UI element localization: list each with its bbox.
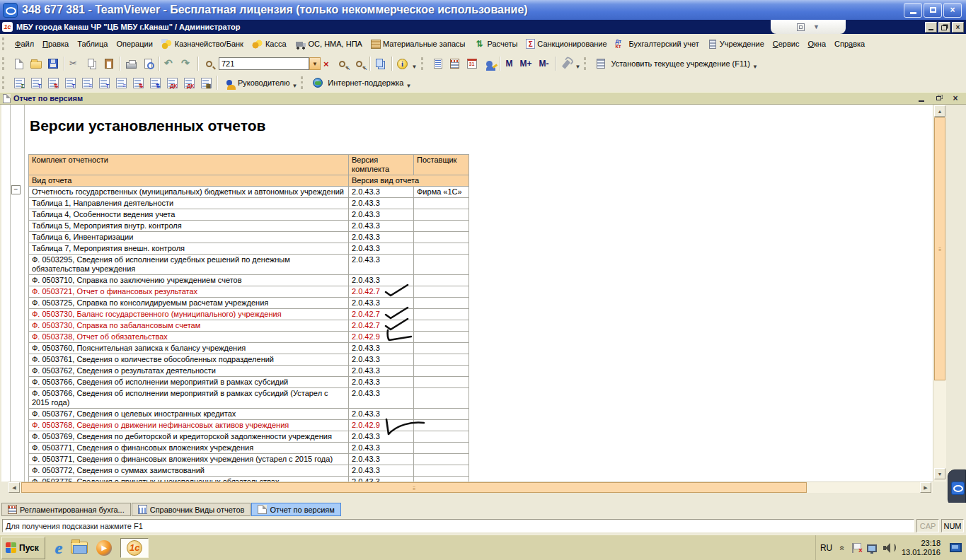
menu-item-table[interactable]: Таблица bbox=[73, 37, 112, 50]
menu-item-operations[interactable]: Операции bbox=[112, 37, 156, 50]
memory-plus-button[interactable]: M+ bbox=[517, 59, 536, 69]
report-row[interactable]: Таблица 6, Инвентаризации2.0.43.3 bbox=[29, 232, 469, 243]
doc-turnover-t-button[interactable]: ⇅ bbox=[130, 75, 146, 91]
report-row[interactable]: Ф. 0503766, Сведения об исполнении мероп… bbox=[29, 377, 469, 388]
redo-button[interactable]: ↷ bbox=[178, 56, 195, 71]
menu-item-help[interactable]: Справка bbox=[830, 37, 869, 50]
collapse-group-button[interactable]: − bbox=[11, 185, 21, 194]
cut-button[interactable]: ✂ bbox=[67, 56, 84, 71]
calculator-button[interactable] bbox=[447, 56, 464, 71]
doc-turnover-list-button[interactable]: ⇅ bbox=[146, 75, 163, 91]
report-row[interactable]: Таблица 4, Особенности ведения учета2.0.… bbox=[29, 209, 469, 221]
network-icon[interactable] bbox=[867, 544, 877, 552]
info-button[interactable]: i bbox=[394, 56, 411, 71]
report-row[interactable]: Ф. 0503769, Сведения по дебиторской и кр… bbox=[29, 431, 469, 443]
app-minimize-button[interactable] bbox=[925, 22, 937, 33]
window-tab[interactable]: Справочник Виды отчетов bbox=[132, 503, 251, 516]
menu-item-service[interactable]: Сервис bbox=[769, 37, 804, 50]
settings-dropdown-caret[interactable]: ▼ bbox=[575, 64, 581, 70]
dk-button[interactable]: ДК bbox=[180, 75, 197, 91]
set-institution-label[interactable]: Установить текущее учреждение (F11) bbox=[609, 59, 752, 68]
menu-item-os[interactable]: ОС, НМА, НПА bbox=[291, 37, 367, 52]
report-minimize-button[interactable] bbox=[916, 94, 926, 103]
menu-item-settlements[interactable]: ⇅Расчеты bbox=[469, 37, 522, 52]
search-dropdown-button[interactable]: ▼ bbox=[309, 57, 321, 70]
set-institution-caret[interactable]: ▼ bbox=[752, 64, 758, 70]
info-dropdown-caret[interactable]: ▼ bbox=[412, 64, 418, 70]
clock[interactable]: 23:18 13.01.2016 bbox=[902, 539, 943, 557]
tray-expand-icon[interactable]: « bbox=[838, 545, 848, 550]
app-restore-button[interactable] bbox=[938, 22, 950, 33]
doc-t-button[interactable]: Т bbox=[96, 75, 113, 91]
find-next-button[interactable] bbox=[350, 56, 367, 71]
report-restore-button[interactable] bbox=[933, 94, 943, 103]
report-row[interactable]: Ф. 0503761, Сведения о количестве обособ… bbox=[29, 354, 469, 366]
report-row[interactable]: Таблица 7, Мероприятия внешн. контроля2.… bbox=[29, 243, 469, 255]
vertical-scroll-thumb[interactable] bbox=[934, 117, 945, 380]
report-row[interactable]: Ф. 0503771, Сведения о финансовых вложен… bbox=[29, 454, 469, 465]
language-indicator[interactable]: RU bbox=[819, 543, 834, 553]
report-row[interactable]: Ф. 0503721, Отчет о финансовых результат… bbox=[29, 286, 469, 298]
teamviewer-panel-tab[interactable]: ▼ bbox=[771, 20, 846, 34]
new-document-button[interactable] bbox=[11, 56, 28, 71]
list-button[interactable] bbox=[430, 56, 447, 71]
undo-button[interactable]: ↶ bbox=[161, 56, 178, 71]
report-row[interactable]: Ф. 0503775, Сведения о принятых и неиспо… bbox=[29, 477, 469, 482]
report-row[interactable]: Ф. 0503762, Сведения о результатах деяте… bbox=[29, 366, 469, 377]
settings-button[interactable] bbox=[558, 56, 575, 71]
report-close-button[interactable]: × bbox=[950, 94, 960, 103]
menu-item-file[interactable]: Файл bbox=[11, 37, 38, 50]
dk-sigma-button[interactable]: ДК bbox=[163, 75, 180, 91]
toolbar-grip[interactable] bbox=[2, 76, 8, 89]
manager-label[interactable]: Руководителю bbox=[236, 78, 291, 87]
find-button[interactable] bbox=[200, 56, 217, 71]
window-tab[interactable]: Отчет по версиям bbox=[251, 503, 340, 516]
start-button[interactable]: Пуск bbox=[1, 537, 45, 559]
vertical-scrollbar[interactable]: ▲ ▼ bbox=[933, 105, 946, 482]
report-row[interactable]: Ф. 0503725, Справка по консолидируемым р… bbox=[29, 298, 469, 309]
account-card-list-button[interactable]: ≡ bbox=[79, 75, 96, 91]
report-row[interactable]: Ф. 0503772, Сведения о суммах заимствова… bbox=[29, 465, 469, 477]
report-row[interactable]: Таблица 1, Направления деятельности2.0.4… bbox=[29, 198, 469, 209]
internet-support-caret[interactable]: ▼ bbox=[406, 83, 411, 89]
report-row[interactable]: Ф. 0503771, Сведения о финансовых вложен… bbox=[29, 443, 469, 454]
report-row[interactable]: Ф. 0503730, Баланс государственного (мун… bbox=[29, 309, 469, 320]
report-row[interactable]: Ф. 0503710, Справка по заключению учрежд… bbox=[29, 275, 469, 286]
menu-item-accounting[interactable]: Бухгалтерский учет bbox=[611, 37, 703, 52]
print-button[interactable] bbox=[122, 56, 139, 71]
report-row[interactable]: Таблица 5, Мероприятия внутр. контроля2.… bbox=[29, 221, 469, 232]
scroll-down-button[interactable]: ▼ bbox=[934, 468, 945, 479]
manager-button[interactable] bbox=[219, 75, 236, 91]
internet-support-button[interactable] bbox=[309, 75, 326, 91]
report-row[interactable]: Ф. 0503766, Сведения об исполнении мероп… bbox=[29, 388, 469, 409]
report-t-button[interactable]: Т bbox=[28, 75, 45, 91]
toolbar-grip[interactable] bbox=[584, 57, 590, 70]
manager-caret[interactable]: ▼ bbox=[292, 83, 297, 89]
internet-explorer-icon[interactable]: e bbox=[55, 538, 63, 558]
report-row[interactable]: Ф. 0503730, Справка по забалансовым счет… bbox=[29, 320, 469, 332]
tv-maximize-button[interactable] bbox=[924, 3, 942, 18]
scroll-left-button[interactable]: ◀ bbox=[8, 482, 20, 493]
menu-item-sanction[interactable]: ΣСанкционирование bbox=[522, 37, 611, 51]
explorer-folder-icon[interactable] bbox=[71, 542, 88, 554]
report-row[interactable]: Ф. 0503738, Отчет об обязательствах2.0.4… bbox=[29, 332, 469, 343]
menu-item-edit[interactable]: Правка bbox=[38, 37, 73, 50]
tv-close-button[interactable]: × bbox=[943, 3, 962, 18]
memory-minus-button[interactable]: M- bbox=[536, 59, 553, 69]
horizontal-scroll-thumb[interactable] bbox=[21, 482, 807, 493]
copy-button[interactable] bbox=[84, 56, 100, 71]
calendar-button[interactable]: 31 bbox=[464, 56, 481, 71]
search-clear-button[interactable]: × bbox=[321, 59, 332, 69]
media-player-icon[interactable]: ▶ bbox=[96, 540, 112, 556]
horizontal-scrollbar[interactable]: ◀ ▶ bbox=[8, 482, 933, 493]
toolbar-grip[interactable] bbox=[301, 76, 306, 89]
scroll-right-button[interactable]: ▶ bbox=[920, 482, 931, 493]
report-turnover-button[interactable]: ⇅ bbox=[45, 75, 62, 91]
scroll-up-button[interactable]: ▲ bbox=[934, 105, 945, 117]
open-button[interactable] bbox=[28, 56, 45, 71]
chess-report-button[interactable]: ▦ bbox=[197, 75, 214, 91]
internet-support-label[interactable]: Интернет-поддержка bbox=[326, 78, 405, 87]
doc-list-button[interactable]: ≡ bbox=[113, 75, 130, 91]
report-sigma-button[interactable]: Σ bbox=[11, 75, 28, 91]
report-row[interactable]: Ф. 0503768, Сведения о движении нефинанс… bbox=[29, 420, 469, 431]
